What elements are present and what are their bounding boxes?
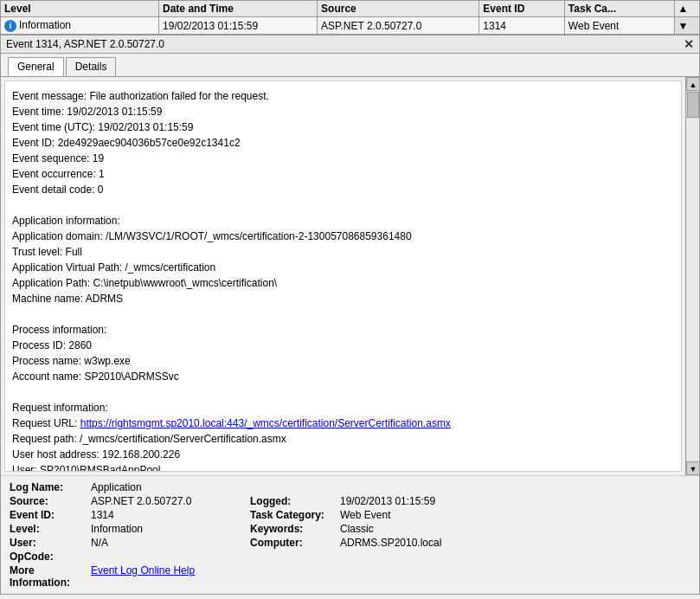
cell-source: ASP.NET 2.0.50727.0 [318, 17, 479, 35]
event-id-label: Event ID: [10, 509, 87, 521]
level-label: Level: [10, 523, 87, 535]
request-info-section: Request information: [12, 400, 674, 415]
event-detail-code-line: Event detail code: 0 [12, 182, 674, 197]
level-value: Information [91, 523, 247, 535]
app-path-line: Application Path: C:\inetpub\wwwroot\_wm… [12, 275, 674, 291]
request-path-line: Request path: /_wmcs/certification/Serve… [12, 431, 674, 447]
scroll-down-arrow[interactable]: ▼ [686, 461, 700, 475]
table-row[interactable]: iInformation 19/02/2013 01:15:59 ASP.NET… [1, 17, 700, 35]
log-name-label: Log Name: [10, 481, 87, 493]
scroll-thumb[interactable] [687, 92, 699, 118]
tab-content-area: Event message: File authorization failed… [1, 77, 699, 475]
col-taskcategory: Task Ca... [564, 1, 674, 17]
request-url-link[interactable]: https://rightsmgmt.sp2010.local:443/_wmc… [80, 417, 451, 429]
col-source: Source [318, 1, 479, 17]
user-line: User: SP2010\RMSBadAppPool [12, 462, 674, 472]
panel-title: Event 1314, ASP.NET 2.0.50727.0 [6, 38, 164, 50]
task-cat-label: Task Category: [250, 509, 337, 521]
log-name-value: Application [91, 481, 690, 493]
more-info-label: More Information: [10, 564, 87, 589]
app-domain-line: Application domain: /LM/W3SVC/1/ROOT/_wm… [12, 229, 674, 244]
opcode-value [91, 551, 690, 563]
col-level: Level [1, 1, 159, 17]
event-time-line: Event time: 19/02/2013 01:15:59 [12, 104, 674, 119]
table-scrollbar-bottom[interactable]: ▼ [674, 17, 699, 35]
event-sequence-line: Event sequence: 19 [12, 151, 674, 166]
request-url-line: Request URL: https://rightsmgmt.sp2010.l… [12, 415, 674, 431]
computer-label: Computer: [250, 537, 337, 549]
source-value: ASP.NET 2.0.50727.0 [91, 495, 247, 507]
info-icon: i [4, 20, 16, 32]
bottom-info-section: Log Name: Application Source: ASP.NET 2.… [1, 475, 699, 594]
col-eventid: Event ID [479, 1, 565, 17]
tab-general[interactable]: General [8, 57, 64, 76]
event-table: Level Date and Time Source Event ID Task… [0, 0, 700, 35]
user-value: N/A [91, 537, 247, 549]
opcode-label: OpCode: [10, 551, 87, 563]
logged-label: Logged: [250, 495, 337, 507]
event-id-value: 1314 [91, 509, 247, 521]
machine-name-line: Machine name: ADRMS [12, 291, 674, 306]
logged-value: 19/02/2013 01:15:59 [340, 495, 690, 507]
scroll-up-arrow[interactable]: ▲ [686, 77, 700, 91]
event-time-utc-line: Event time (UTC): 19/02/2013 01:15:59 [12, 119, 674, 135]
content-scrollbar[interactable]: ▲ ▼ [685, 77, 699, 475]
cell-datetime: 19/02/2013 01:15:59 [159, 17, 318, 35]
process-id-line: Process ID: 2860 [12, 338, 674, 353]
event-message-line: Event message: File authorization failed… [12, 88, 674, 104]
user-host-line: User host address: 192.168.200.226 [12, 447, 674, 462]
event-occurrence-line: Event occurrence: 1 [12, 166, 674, 182]
process-name-line: Process name: w3wp.exe [12, 353, 674, 369]
keywords-value: Classic [340, 523, 690, 535]
user-label: User: [10, 537, 87, 549]
cell-eventid: 1314 [479, 17, 565, 35]
process-info-section: Process information: [12, 322, 674, 338]
event-log-online-help-link[interactable]: Event Log Online Help [91, 564, 690, 589]
virtual-path-line: Application Virtual Path: /_wmcs/certifi… [12, 260, 674, 275]
info-grid: Log Name: Application Source: ASP.NET 2.… [10, 481, 690, 589]
task-cat-value: Web Event [340, 509, 690, 521]
app-info-section: Application information: [12, 213, 674, 229]
account-name-line: Account name: SP2010\ADRMSSvc [12, 369, 674, 384]
computer-value: ADRMS.SP2010.local [340, 537, 690, 549]
panel-titlebar: Event 1314, ASP.NET 2.0.50727.0 ✕ [1, 35, 699, 54]
source-label: Source: [10, 495, 87, 507]
cell-taskcategory: Web Event [564, 17, 674, 35]
col-datetime: Date and Time [159, 1, 318, 17]
table-scrollbar-top[interactable]: ▲ [674, 1, 699, 17]
trust-level-line: Trust level: Full [12, 244, 674, 260]
event-id-line: Event ID: 2de4929aec904036b57ce0e92c1341… [12, 135, 674, 151]
tab-details[interactable]: Details [66, 57, 117, 76]
keywords-label: Keywords: [250, 523, 337, 535]
cell-level: iInformation [1, 17, 159, 35]
close-button[interactable]: ✕ [684, 38, 694, 50]
event-detail-panel: Event 1314, ASP.NET 2.0.50727.0 ✕ Genera… [0, 35, 700, 595]
tabs-container: General Details [1, 54, 699, 77]
event-text-content: Event message: File authorization failed… [4, 81, 682, 472]
